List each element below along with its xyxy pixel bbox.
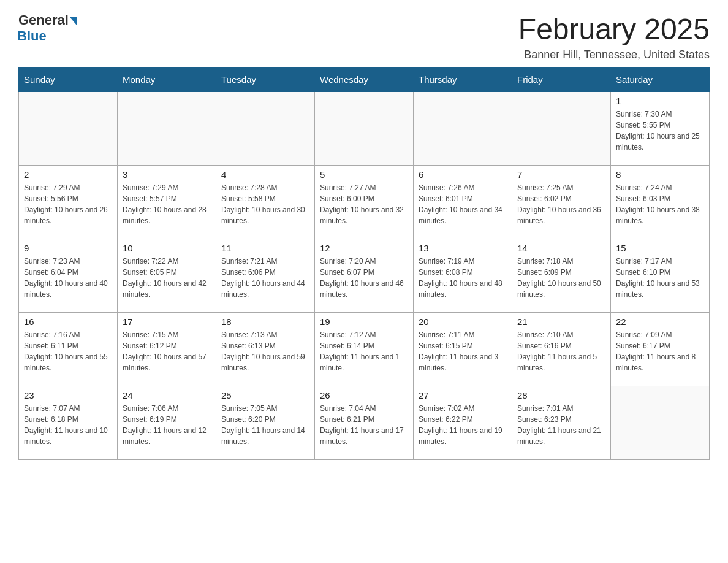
day-info: Sunrise: 7:23 AMSunset: 6:04 PMDaylight:… bbox=[24, 256, 112, 300]
day-number: 4 bbox=[221, 169, 309, 180]
day-info: Sunrise: 7:30 AMSunset: 5:55 PMDaylight:… bbox=[616, 109, 704, 153]
day-info: Sunrise: 7:02 AMSunset: 6:22 PMDaylight:… bbox=[419, 403, 507, 447]
calendar-day-cell: 22Sunrise: 7:09 AMSunset: 6:17 PMDayligh… bbox=[611, 312, 710, 386]
calendar-day-cell: 13Sunrise: 7:19 AMSunset: 6:08 PMDayligh… bbox=[414, 239, 512, 312]
day-info: Sunrise: 7:29 AMSunset: 5:56 PMDaylight:… bbox=[24, 182, 112, 226]
weekday-header-thursday: Thursday bbox=[414, 68, 512, 92]
calendar-week-row: 1Sunrise: 7:30 AMSunset: 5:55 PMDaylight… bbox=[19, 91, 710, 165]
weekday-header-sunday: Sunday bbox=[19, 68, 118, 92]
day-info: Sunrise: 7:05 AMSunset: 6:20 PMDaylight:… bbox=[221, 403, 309, 447]
day-number: 24 bbox=[123, 390, 211, 400]
calendar-day-cell: 17Sunrise: 7:15 AMSunset: 6:12 PMDayligh… bbox=[118, 312, 216, 386]
day-number: 26 bbox=[320, 390, 408, 400]
calendar-day-cell bbox=[19, 91, 118, 165]
calendar-week-row: 16Sunrise: 7:16 AMSunset: 6:11 PMDayligh… bbox=[19, 312, 710, 386]
day-info: Sunrise: 7:21 AMSunset: 6:06 PMDaylight:… bbox=[221, 256, 309, 300]
location-subtitle: Banner Hill, Tennessee, United States bbox=[518, 48, 710, 61]
day-number: 8 bbox=[616, 169, 704, 180]
calendar-day-cell: 16Sunrise: 7:16 AMSunset: 6:11 PMDayligh… bbox=[19, 312, 118, 386]
day-number: 16 bbox=[24, 316, 112, 327]
calendar-day-cell bbox=[118, 91, 216, 165]
calendar-day-cell: 7Sunrise: 7:25 AMSunset: 6:02 PMDaylight… bbox=[512, 165, 611, 239]
calendar-day-cell: 3Sunrise: 7:29 AMSunset: 5:57 PMDaylight… bbox=[118, 165, 216, 239]
day-number: 1 bbox=[616, 96, 704, 106]
day-info: Sunrise: 7:09 AMSunset: 6:17 PMDaylight:… bbox=[616, 329, 704, 373]
calendar-week-row: 9Sunrise: 7:23 AMSunset: 6:04 PMDaylight… bbox=[19, 239, 710, 312]
calendar-day-cell: 18Sunrise: 7:13 AMSunset: 6:13 PMDayligh… bbox=[216, 312, 315, 386]
page-header: General Blue February 2025 Banner Hill, … bbox=[18, 12, 710, 61]
day-number: 15 bbox=[616, 243, 704, 253]
calendar-day-cell: 28Sunrise: 7:01 AMSunset: 6:23 PMDayligh… bbox=[512, 386, 611, 459]
day-info: Sunrise: 7:27 AMSunset: 6:00 PMDaylight:… bbox=[320, 182, 408, 226]
day-number: 18 bbox=[221, 316, 309, 327]
calendar-day-cell bbox=[512, 91, 611, 165]
day-number: 13 bbox=[419, 243, 507, 253]
weekday-header-tuesday: Tuesday bbox=[216, 68, 315, 92]
logo: General Blue bbox=[18, 12, 77, 44]
day-info: Sunrise: 7:01 AMSunset: 6:23 PMDaylight:… bbox=[517, 403, 605, 447]
day-info: Sunrise: 7:22 AMSunset: 6:05 PMDaylight:… bbox=[123, 256, 211, 300]
calendar-day-cell: 10Sunrise: 7:22 AMSunset: 6:05 PMDayligh… bbox=[118, 239, 216, 312]
calendar-day-cell: 14Sunrise: 7:18 AMSunset: 6:09 PMDayligh… bbox=[512, 239, 611, 312]
calendar-day-cell bbox=[414, 91, 512, 165]
calendar-day-cell: 2Sunrise: 7:29 AMSunset: 5:56 PMDaylight… bbox=[19, 165, 118, 239]
calendar-day-cell: 5Sunrise: 7:27 AMSunset: 6:00 PMDaylight… bbox=[315, 165, 414, 239]
day-info: Sunrise: 7:17 AMSunset: 6:10 PMDaylight:… bbox=[616, 256, 704, 300]
day-number: 27 bbox=[419, 390, 507, 400]
title-block: February 2025 Banner Hill, Tennessee, Un… bbox=[518, 12, 710, 61]
day-info: Sunrise: 7:20 AMSunset: 6:07 PMDaylight:… bbox=[320, 256, 408, 300]
day-info: Sunrise: 7:11 AMSunset: 6:15 PMDaylight:… bbox=[419, 329, 507, 373]
calendar-day-cell: 21Sunrise: 7:10 AMSunset: 6:16 PMDayligh… bbox=[512, 312, 611, 386]
calendar-day-cell: 24Sunrise: 7:06 AMSunset: 6:19 PMDayligh… bbox=[118, 386, 216, 459]
calendar-day-cell: 9Sunrise: 7:23 AMSunset: 6:04 PMDaylight… bbox=[19, 239, 118, 312]
day-number: 28 bbox=[517, 390, 605, 400]
day-number: 10 bbox=[123, 243, 211, 253]
day-number: 3 bbox=[123, 169, 211, 180]
day-number: 7 bbox=[517, 169, 605, 180]
calendar-day-cell bbox=[611, 386, 710, 459]
weekday-header-saturday: Saturday bbox=[611, 68, 710, 92]
day-info: Sunrise: 7:29 AMSunset: 5:57 PMDaylight:… bbox=[123, 182, 211, 226]
day-number: 6 bbox=[419, 169, 507, 180]
day-info: Sunrise: 7:06 AMSunset: 6:19 PMDaylight:… bbox=[123, 403, 211, 447]
day-number: 20 bbox=[419, 316, 507, 327]
day-info: Sunrise: 7:15 AMSunset: 6:12 PMDaylight:… bbox=[123, 329, 211, 373]
day-info: Sunrise: 7:12 AMSunset: 6:14 PMDaylight:… bbox=[320, 329, 408, 373]
calendar-day-cell bbox=[315, 91, 414, 165]
day-info: Sunrise: 7:25 AMSunset: 6:02 PMDaylight:… bbox=[517, 182, 605, 226]
day-number: 23 bbox=[24, 390, 112, 400]
weekday-header-friday: Friday bbox=[512, 68, 611, 92]
logo-arrow-icon bbox=[70, 17, 77, 26]
weekday-header-monday: Monday bbox=[118, 68, 216, 92]
day-info: Sunrise: 7:26 AMSunset: 6:01 PMDaylight:… bbox=[419, 182, 507, 226]
calendar-week-row: 23Sunrise: 7:07 AMSunset: 6:18 PMDayligh… bbox=[19, 386, 710, 459]
logo-general-text: General bbox=[18, 12, 69, 28]
day-info: Sunrise: 7:07 AMSunset: 6:18 PMDaylight:… bbox=[24, 403, 112, 447]
day-number: 2 bbox=[24, 169, 112, 180]
calendar-day-cell: 1Sunrise: 7:30 AMSunset: 5:55 PMDaylight… bbox=[611, 91, 710, 165]
day-info: Sunrise: 7:28 AMSunset: 5:58 PMDaylight:… bbox=[221, 182, 309, 226]
calendar-table: SundayMondayTuesdayWednesdayThursdayFrid… bbox=[18, 67, 710, 460]
logo-blue-text: Blue bbox=[17, 28, 47, 44]
day-info: Sunrise: 7:19 AMSunset: 6:08 PMDaylight:… bbox=[419, 256, 507, 300]
calendar-day-cell: 8Sunrise: 7:24 AMSunset: 6:03 PMDaylight… bbox=[611, 165, 710, 239]
calendar-day-cell: 23Sunrise: 7:07 AMSunset: 6:18 PMDayligh… bbox=[19, 386, 118, 459]
day-number: 11 bbox=[221, 243, 309, 253]
calendar-week-row: 2Sunrise: 7:29 AMSunset: 5:56 PMDaylight… bbox=[19, 165, 710, 239]
day-info: Sunrise: 7:10 AMSunset: 6:16 PMDaylight:… bbox=[517, 329, 605, 373]
day-number: 22 bbox=[616, 316, 704, 327]
calendar-day-cell: 27Sunrise: 7:02 AMSunset: 6:22 PMDayligh… bbox=[414, 386, 512, 459]
calendar-day-cell: 25Sunrise: 7:05 AMSunset: 6:20 PMDayligh… bbox=[216, 386, 315, 459]
calendar-day-cell: 20Sunrise: 7:11 AMSunset: 6:15 PMDayligh… bbox=[414, 312, 512, 386]
calendar-day-cell: 15Sunrise: 7:17 AMSunset: 6:10 PMDayligh… bbox=[611, 239, 710, 312]
weekday-header-wednesday: Wednesday bbox=[315, 68, 414, 92]
day-info: Sunrise: 7:18 AMSunset: 6:09 PMDaylight:… bbox=[517, 256, 605, 300]
calendar-day-cell: 11Sunrise: 7:21 AMSunset: 6:06 PMDayligh… bbox=[216, 239, 315, 312]
day-number: 25 bbox=[221, 390, 309, 400]
month-title: February 2025 bbox=[518, 12, 710, 46]
day-number: 9 bbox=[24, 243, 112, 253]
calendar-day-cell: 26Sunrise: 7:04 AMSunset: 6:21 PMDayligh… bbox=[315, 386, 414, 459]
day-info: Sunrise: 7:24 AMSunset: 6:03 PMDaylight:… bbox=[616, 182, 704, 226]
weekday-header-row: SundayMondayTuesdayWednesdayThursdayFrid… bbox=[19, 68, 710, 92]
calendar-day-cell: 6Sunrise: 7:26 AMSunset: 6:01 PMDaylight… bbox=[414, 165, 512, 239]
